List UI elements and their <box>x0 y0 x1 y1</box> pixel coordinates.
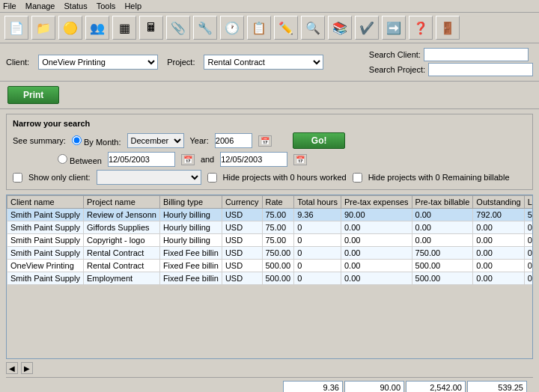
cell-client: Smith Paint Supply <box>7 247 84 260</box>
scroll-right-button[interactable]: ▶ <box>21 362 33 374</box>
menu-status[interactable]: Status <box>64 1 88 10</box>
between-radio[interactable] <box>58 154 67 164</box>
toolbar-calc[interactable]: 🖩 <box>139 16 163 40</box>
toolbar-open[interactable]: 📁 <box>31 16 55 40</box>
cell-project: Copyright - logo <box>83 234 159 247</box>
cell-outstanding: 0.00 <box>473 247 524 260</box>
print-area: Print <box>0 82 539 109</box>
toolbar-doc[interactable]: 📋 <box>247 16 271 40</box>
by-month-radio-label[interactable]: By Month: <box>72 135 121 147</box>
data-table-container[interactable]: Client name Project name Billing type Cu… <box>6 195 533 359</box>
toolbar-coin[interactable]: 🟡 <box>58 16 82 40</box>
total-expenses-cell: 90.00 <box>344 381 404 392</box>
toolbar-book[interactable]: 📚 <box>328 16 352 40</box>
year-input[interactable] <box>215 133 252 148</box>
table-row[interactable]: Smith Paint Supply Employment Fixed Fee … <box>7 272 534 285</box>
cell-late-fees: 0.00 <box>524 260 533 272</box>
cell-expenses: 0.00 <box>341 247 412 260</box>
cell-billing: Fixed Fee billin <box>159 260 222 272</box>
toolbar-wrench[interactable]: 🔧 <box>193 16 217 40</box>
menu-file[interactable]: File <box>3 1 16 10</box>
table-row[interactable]: OneView Printing Rental Contract Fixed F… <box>7 260 534 272</box>
cell-billing: Fixed Fee billin <box>159 247 222 260</box>
menu-manage[interactable]: Manage <box>25 1 55 10</box>
cell-client: Smith Paint Supply <box>7 221 84 234</box>
table-header-row: Client name Project name Billing type Cu… <box>7 196 534 209</box>
month-select[interactable]: JanuaryFebruaryMarchAprilMayJuneJulyAugu… <box>127 133 184 148</box>
cell-billable: 0.00 <box>412 221 473 234</box>
toolbar-people[interactable]: 👥 <box>85 16 109 40</box>
client-label: Client: <box>6 58 29 67</box>
show-only-select[interactable] <box>97 170 201 185</box>
toolbar-arrow[interactable]: ➡️ <box>382 16 406 40</box>
cell-outstanding: 0.00 <box>473 234 524 247</box>
col-billing-type: Billing type <box>159 196 222 209</box>
and-label: and <box>201 155 214 164</box>
toolbar-clip[interactable]: 📎 <box>166 16 190 40</box>
cell-late-fees: 535.25 <box>524 209 533 221</box>
cell-late-fees: 0.00 <box>524 234 533 247</box>
menu-tools[interactable]: Tools <box>97 1 116 10</box>
cell-hours: 0 <box>294 234 341 247</box>
search-project-label: Search Project: <box>369 65 425 74</box>
cell-client: OneView Printing <box>7 260 84 272</box>
cell-project: Rental Contract <box>83 247 159 260</box>
cell-client: Smith Paint Supply <box>7 209 84 221</box>
by-month-radio[interactable] <box>72 135 82 145</box>
calendar-from-icon[interactable]: 📅 <box>181 154 195 165</box>
table-row[interactable]: Smith Paint Supply Review of Jensonn Hou… <box>7 209 534 221</box>
hide-zero-hours-checkbox[interactable] <box>207 173 217 183</box>
toolbar-new[interactable]: 📄 <box>4 16 28 40</box>
see-summary-label: See summary: <box>13 136 66 145</box>
search-project-input[interactable] <box>428 63 533 76</box>
col-total-hours: Total hours <box>294 196 341 209</box>
cell-currency: USD <box>222 234 262 247</box>
toolbar-edit[interactable]: ✏️ <box>274 16 298 40</box>
between-radio-label[interactable]: Between <box>58 154 102 165</box>
toolbar: 📄 📁 🟡 👥 ▦ 🖩 📎 🔧 🕐 📋 ✏️ 🔍 📚 ✔️ ➡️ ❓ 🚪 <box>0 13 539 43</box>
table-row[interactable]: Smith Paint Supply Rental Contract Fixed… <box>7 247 534 260</box>
show-only-label: Show only client: <box>28 173 91 182</box>
cell-rate: 75.00 <box>262 221 294 234</box>
toolbar-grid[interactable]: ▦ <box>112 16 136 40</box>
cell-currency: USD <box>222 209 262 221</box>
client-select[interactable]: OneView Printing <box>38 55 158 70</box>
cell-rate: 75.00 <box>262 209 294 221</box>
cell-hours: 0 <box>294 247 341 260</box>
cell-rate: 500.00 <box>262 260 294 272</box>
show-only-client-checkbox[interactable] <box>13 173 22 183</box>
toolbar-clock[interactable]: 🕐 <box>220 16 244 40</box>
toolbar-magnify[interactable]: 🔍 <box>301 16 325 40</box>
col-late-fees: Late fees due <box>524 196 533 209</box>
hide-zero-hours-label: Hide projects with 0 hours worked <box>223 173 347 182</box>
toolbar-check[interactable]: ✔️ <box>355 16 379 40</box>
cell-billable: 750.00 <box>412 247 473 260</box>
table-row[interactable]: Smith Paint Supply Copyright - logo Hour… <box>7 234 534 247</box>
toolbar-question[interactable]: ❓ <box>409 16 433 40</box>
date-from-input[interactable] <box>108 152 175 167</box>
cell-project: Rental Contract <box>83 260 159 272</box>
date-to-input[interactable] <box>220 152 287 167</box>
calendar-to-icon[interactable]: 📅 <box>293 154 307 165</box>
menu-help[interactable]: Help <box>124 1 141 10</box>
col-client-name: Client name <box>7 196 84 209</box>
cell-project: Review of Jensonn <box>83 209 159 221</box>
cell-expenses: 90.00 <box>341 209 412 221</box>
scroll-left-button[interactable]: ◀ <box>6 362 18 374</box>
search-client-input[interactable] <box>424 48 529 61</box>
cell-expenses: 0.00 <box>341 221 412 234</box>
search-group: Search Client: Search Project: <box>369 48 533 76</box>
search-row-1: See summary: By Month: JanuaryFebruaryMa… <box>13 132 526 149</box>
cell-currency: USD <box>222 221 262 234</box>
go-button[interactable]: Go! <box>293 132 346 149</box>
project-select[interactable]: Rental Contract <box>204 55 323 70</box>
table-row[interactable]: Smith Paint Supply Giffords Supplies Hou… <box>7 221 534 234</box>
print-button[interactable]: Print <box>7 86 59 104</box>
cell-hours: 0 <box>294 260 341 272</box>
search-client-label: Search Client: <box>369 50 421 59</box>
calendar-icon[interactable]: 📅 <box>258 135 272 147</box>
cell-client: Smith Paint Supply <box>7 234 84 247</box>
toolbar-exit[interactable]: 🚪 <box>436 16 460 40</box>
hide-zero-billable-checkbox[interactable] <box>353 173 362 183</box>
cell-currency: USD <box>222 272 262 285</box>
